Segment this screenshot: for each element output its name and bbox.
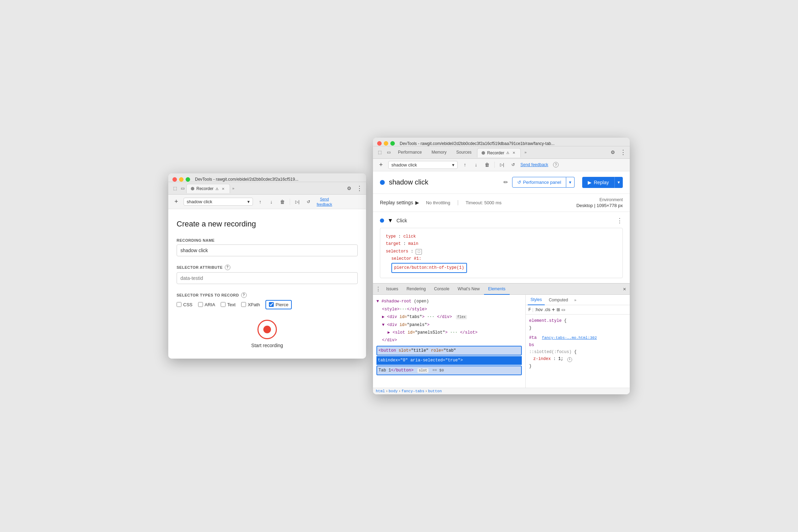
maximize-button[interactable] bbox=[186, 177, 190, 182]
text-checkbox-item[interactable]: Text bbox=[221, 302, 236, 307]
cursor-icon[interactable]: ⬚ bbox=[171, 185, 179, 192]
devtools-close-button[interactable]: ✕ bbox=[621, 285, 628, 293]
tab-rendering[interactable]: Rendering bbox=[402, 284, 430, 295]
right-add-button[interactable]: + bbox=[377, 161, 385, 169]
code-line-selector-num: selector #1: bbox=[391, 255, 617, 263]
text-checkbox[interactable] bbox=[221, 302, 226, 307]
right-minimize-button[interactable] bbox=[384, 141, 388, 146]
xpath-checkbox[interactable] bbox=[241, 302, 246, 307]
right-delete-button[interactable]: 🗑 bbox=[483, 161, 491, 169]
environment-value: Desktop | 1095×778 px bbox=[576, 203, 623, 208]
hov-button[interactable]: :hov bbox=[535, 307, 543, 312]
upload-recording-button[interactable]: ↑ bbox=[256, 198, 264, 206]
css-checkbox-item[interactable]: CSS bbox=[177, 302, 193, 307]
settings-icon[interactable]: ⚙ bbox=[345, 185, 353, 192]
start-recording-button[interactable] bbox=[257, 320, 277, 339]
mobile-icon[interactable]: ▭ bbox=[179, 185, 186, 192]
replay-dropdown-button[interactable]: ▾ bbox=[614, 177, 623, 188]
timeout-value: Timeout: 5000 ms bbox=[466, 200, 502, 205]
right-recording-selector[interactable]: shadow click ▾ bbox=[388, 161, 458, 169]
tab-recorder-active[interactable]: Recorder ⚠ ✕ bbox=[477, 148, 521, 157]
css-label: CSS bbox=[183, 302, 193, 307]
minimize-button[interactable] bbox=[179, 177, 184, 182]
right-step-icon[interactable]: ▷| bbox=[498, 161, 506, 169]
add-recording-button[interactable]: + bbox=[172, 198, 180, 206]
right-content-area: shadow click ✏ ↺ Performance panel ▾ ▶ R… bbox=[373, 171, 630, 284]
click-step-header: ▼ Click ⋮ bbox=[380, 217, 623, 224]
right-mobile-icon[interactable]: ▭ bbox=[385, 148, 392, 156]
replay-circle-icon[interactable]: ↺ bbox=[305, 198, 312, 206]
right-replay-circle-icon[interactable]: ↺ bbox=[509, 161, 517, 169]
tab-performance[interactable]: Performance bbox=[394, 148, 426, 157]
help-icon[interactable]: ? bbox=[553, 162, 559, 168]
aria-checkbox[interactable] bbox=[198, 302, 203, 307]
close-button[interactable] bbox=[172, 177, 177, 182]
breadcrumb-button[interactable]: button bbox=[428, 389, 442, 393]
right-close-button[interactable] bbox=[377, 141, 382, 146]
right-titlebar: DevTools - rawgit.com/ebidel/2d2bb0cdec3… bbox=[373, 138, 630, 146]
pierce-checkbox[interactable] bbox=[269, 302, 274, 307]
dom-button-highlighted[interactable]: <button slot="title" role="tab" bbox=[376, 346, 522, 355]
dom-button-selected[interactable]: tabindex="0" aria-selected="true"> bbox=[376, 356, 522, 364]
right-cursor-icon[interactable]: ⬚ bbox=[376, 148, 383, 156]
download-recording-button[interactable]: ↓ bbox=[268, 198, 275, 206]
property-info-icon[interactable]: i bbox=[567, 357, 572, 362]
left-window-title: DevTools - rawgit.com/ebidel/2d2bb0cdec3… bbox=[195, 177, 362, 182]
new-style-rule-icon[interactable]: ⊞ bbox=[557, 307, 560, 312]
cls-button[interactable]: .cls bbox=[544, 307, 550, 312]
dom-tree-panel: ▼ #shadow-root (open) <style>···</style>… bbox=[373, 295, 526, 388]
click-step-more-icon[interactable]: ⋮ bbox=[617, 217, 623, 224]
xpath-checkbox-item[interactable]: XPath bbox=[241, 302, 260, 307]
start-recording-label[interactable]: Start recording bbox=[251, 343, 283, 348]
tab-close-button[interactable]: ✕ bbox=[221, 186, 226, 191]
right-more-icon[interactable]: ⋮ bbox=[619, 148, 627, 156]
styles-tab-styles[interactable]: Styles bbox=[528, 295, 545, 305]
aria-checkbox-item[interactable]: ARIA bbox=[198, 302, 215, 307]
delete-recording-button[interactable]: 🗑 bbox=[279, 198, 286, 206]
right-download-button[interactable]: ↓ bbox=[472, 161, 480, 169]
recorder-tab-left[interactable]: Recorder ⚠ ✕ bbox=[186, 184, 230, 193]
tab-elements-active[interactable]: Elements bbox=[484, 284, 510, 295]
selector-attr-input[interactable] bbox=[177, 272, 358, 284]
add-style-button[interactable]: + bbox=[552, 307, 555, 313]
dom-shadow-root: ▼ #shadow-root (open) bbox=[376, 298, 522, 305]
traffic-lights-left bbox=[172, 177, 190, 182]
recording-selector[interactable]: shadow click ▾ bbox=[184, 198, 253, 206]
right-upload-button[interactable]: ↑ bbox=[461, 161, 469, 169]
pierce-checkbox-item[interactable]: Pierce bbox=[265, 300, 292, 309]
tab-issues[interactable]: Issues bbox=[382, 284, 402, 295]
send-feedback-button[interactable]: Send feedback bbox=[316, 197, 333, 207]
performance-panel-dropdown[interactable]: ▾ bbox=[566, 177, 575, 188]
send-feedback-right-button[interactable]: Send feedback bbox=[520, 162, 548, 167]
replay-settings-toggle[interactable]: Replay settings ▶ bbox=[380, 200, 419, 205]
replay-settings-arrow-icon: ▶ bbox=[415, 200, 419, 205]
more-icon[interactable]: ⋮ bbox=[356, 185, 363, 192]
right-tab-close-button[interactable]: ✕ bbox=[511, 151, 516, 155]
right-settings-icon[interactable]: ⚙ bbox=[609, 148, 617, 156]
edit-recording-name-icon[interactable]: ✏ bbox=[503, 179, 508, 186]
devtools-tab-more[interactable]: ⋮ bbox=[374, 285, 382, 293]
performance-panel-button[interactable]: ↺ Performance panel bbox=[512, 177, 567, 188]
recording-name-input[interactable] bbox=[177, 244, 358, 256]
equals-badge: == $0 bbox=[432, 368, 444, 372]
replay-button[interactable]: ▶ Replay bbox=[582, 177, 614, 188]
css-checkbox[interactable] bbox=[177, 302, 181, 307]
styles-tab-computed[interactable]: Computed bbox=[546, 295, 571, 305]
tab-sources[interactable]: Sources bbox=[452, 148, 476, 157]
breadcrumb-body[interactable]: body bbox=[389, 389, 398, 393]
tab-whats-new[interactable]: What's New bbox=[453, 284, 484, 295]
style-source-link[interactable]: fancy-tabs-….mo.html:302 bbox=[542, 336, 597, 340]
computed-panel-icon[interactable]: ▭ bbox=[561, 307, 565, 312]
selector-types-help-icon[interactable]: ? bbox=[241, 292, 247, 298]
step-icon[interactable]: ▷| bbox=[294, 198, 301, 206]
breadcrumb-html[interactable]: html bbox=[376, 389, 385, 393]
selector-attr-help-icon[interactable]: ? bbox=[225, 265, 230, 270]
styles-tab-more[interactable]: » bbox=[572, 298, 578, 302]
tab-memory[interactable]: Memory bbox=[427, 148, 451, 157]
breadcrumb-fancy-tabs[interactable]: fancy-tabs bbox=[401, 389, 424, 393]
right-maximize-button[interactable] bbox=[390, 141, 395, 146]
style-rule-fancy-tabs: #ta fancy-tabs-….mo.html:302 bs ::slotte… bbox=[529, 334, 626, 370]
tab-overflow-button[interactable]: » bbox=[230, 186, 236, 190]
right-tab-overflow[interactable]: » bbox=[522, 150, 528, 154]
tab-console[interactable]: Console bbox=[430, 284, 453, 295]
